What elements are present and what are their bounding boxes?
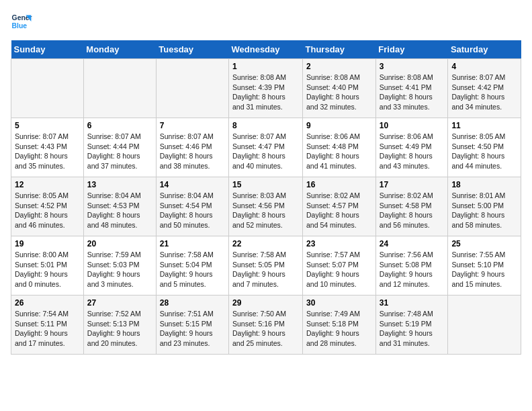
calendar-cell: 27Sunrise: 7:52 AM Sunset: 5:13 PM Dayli… [83, 295, 156, 355]
day-info: Sunrise: 8:08 AM Sunset: 4:40 PM Dayligh… [306, 73, 372, 112]
day-info: Sunrise: 8:07 AM Sunset: 4:42 PM Dayligh… [451, 73, 517, 112]
calendar-table: SundayMondayTuesdayWednesdayThursdayFrid… [11, 40, 521, 355]
weekday-header: Saturday [448, 40, 521, 59]
day-number: 5 [15, 121, 80, 130]
day-info: Sunrise: 8:04 AM Sunset: 4:53 PM Dayligh… [87, 191, 152, 230]
calendar-cell: 13Sunrise: 8:04 AM Sunset: 4:53 PM Dayli… [83, 177, 156, 236]
day-info: Sunrise: 8:07 AM Sunset: 4:46 PM Dayligh… [160, 132, 225, 171]
day-info: Sunrise: 7:58 AM Sunset: 5:04 PM Dayligh… [160, 250, 225, 289]
day-number: 7 [160, 121, 225, 130]
calendar-cell: 15Sunrise: 8:03 AM Sunset: 4:56 PM Dayli… [229, 177, 303, 236]
calendar-cell: 19Sunrise: 8:00 AM Sunset: 5:01 PM Dayli… [11, 236, 84, 295]
day-number: 14 [160, 180, 225, 189]
calendar-cell [156, 59, 228, 118]
day-info: Sunrise: 7:57 AM Sunset: 5:07 PM Dayligh… [306, 250, 372, 289]
day-number: 9 [306, 121, 372, 130]
day-number: 13 [87, 180, 152, 189]
calendar-cell: 9Sunrise: 8:06 AM Sunset: 4:48 PM Daylig… [303, 118, 376, 177]
calendar-cell: 20Sunrise: 7:59 AM Sunset: 5:03 PM Dayli… [83, 236, 156, 295]
day-number: 8 [232, 121, 299, 130]
calendar-cell: 12Sunrise: 8:05 AM Sunset: 4:52 PM Dayli… [11, 177, 84, 236]
day-info: Sunrise: 7:58 AM Sunset: 5:05 PM Dayligh… [232, 250, 299, 289]
calendar-week-row: 5Sunrise: 8:07 AM Sunset: 4:43 PM Daylig… [11, 118, 521, 177]
calendar-cell: 2Sunrise: 8:08 AM Sunset: 4:40 PM Daylig… [303, 59, 376, 118]
day-number: 22 [232, 239, 299, 248]
calendar-cell: 25Sunrise: 7:55 AM Sunset: 5:10 PM Dayli… [448, 236, 521, 295]
day-info: Sunrise: 7:52 AM Sunset: 5:13 PM Dayligh… [87, 309, 152, 349]
day-info: Sunrise: 8:03 AM Sunset: 4:56 PM Dayligh… [232, 191, 299, 230]
day-number: 12 [15, 180, 80, 189]
day-info: Sunrise: 8:00 AM Sunset: 5:01 PM Dayligh… [15, 250, 80, 289]
day-info: Sunrise: 7:50 AM Sunset: 5:16 PM Dayligh… [232, 309, 299, 349]
day-info: Sunrise: 8:06 AM Sunset: 4:48 PM Dayligh… [306, 132, 372, 171]
day-number: 15 [232, 180, 299, 189]
day-number: 28 [160, 298, 225, 308]
calendar-cell [83, 59, 156, 118]
weekday-header: Tuesday [156, 40, 228, 59]
calendar-cell: 18Sunrise: 8:01 AM Sunset: 5:00 PM Dayli… [448, 177, 521, 236]
calendar-cell: 29Sunrise: 7:50 AM Sunset: 5:16 PM Dayli… [229, 295, 303, 355]
day-info: Sunrise: 8:07 AM Sunset: 4:44 PM Dayligh… [87, 132, 152, 171]
calendar-cell: 10Sunrise: 8:06 AM Sunset: 4:49 PM Dayli… [375, 118, 448, 177]
day-info: Sunrise: 8:02 AM Sunset: 4:57 PM Dayligh… [306, 191, 372, 230]
weekday-header: Monday [83, 40, 156, 59]
logo-icon: General Blue [11, 11, 32, 32]
day-number: 25 [451, 239, 517, 248]
calendar-week-row: 19Sunrise: 8:00 AM Sunset: 5:01 PM Dayli… [11, 236, 521, 295]
calendar-cell [11, 59, 84, 118]
calendar-cell: 8Sunrise: 8:07 AM Sunset: 4:47 PM Daylig… [229, 118, 303, 177]
day-number: 17 [380, 180, 445, 189]
day-info: Sunrise: 8:08 AM Sunset: 4:39 PM Dayligh… [232, 73, 299, 112]
calendar-cell: 1Sunrise: 8:08 AM Sunset: 4:39 PM Daylig… [229, 59, 303, 118]
calendar-cell: 11Sunrise: 8:05 AM Sunset: 4:50 PM Dayli… [448, 118, 521, 177]
calendar-cell: 23Sunrise: 7:57 AM Sunset: 5:07 PM Dayli… [303, 236, 376, 295]
day-number: 6 [87, 121, 152, 130]
day-info: Sunrise: 8:08 AM Sunset: 4:41 PM Dayligh… [380, 73, 445, 112]
weekday-header: Thursday [303, 40, 376, 59]
calendar-cell: 16Sunrise: 8:02 AM Sunset: 4:57 PM Dayli… [303, 177, 376, 236]
calendar-header-row: SundayMondayTuesdayWednesdayThursdayFrid… [11, 40, 521, 59]
calendar-week-row: 26Sunrise: 7:54 AM Sunset: 5:11 PM Dayli… [11, 295, 521, 355]
day-info: Sunrise: 8:04 AM Sunset: 4:54 PM Dayligh… [160, 191, 225, 230]
day-number: 30 [306, 298, 372, 308]
day-info: Sunrise: 8:02 AM Sunset: 4:58 PM Dayligh… [380, 191, 445, 230]
day-number: 10 [380, 121, 445, 130]
calendar-cell: 6Sunrise: 8:07 AM Sunset: 4:44 PM Daylig… [83, 118, 156, 177]
day-info: Sunrise: 7:49 AM Sunset: 5:18 PM Dayligh… [306, 309, 372, 349]
day-info: Sunrise: 7:59 AM Sunset: 5:03 PM Dayligh… [87, 250, 152, 289]
day-info: Sunrise: 8:05 AM Sunset: 4:52 PM Dayligh… [15, 191, 80, 230]
calendar-cell: 17Sunrise: 8:02 AM Sunset: 4:58 PM Dayli… [375, 177, 448, 236]
calendar-cell: 28Sunrise: 7:51 AM Sunset: 5:15 PM Dayli… [156, 295, 228, 355]
day-number: 4 [451, 62, 517, 71]
day-number: 2 [306, 62, 372, 71]
day-number: 20 [87, 239, 152, 248]
day-info: Sunrise: 7:55 AM Sunset: 5:10 PM Dayligh… [451, 250, 517, 289]
day-number: 23 [306, 239, 372, 248]
day-number: 18 [451, 180, 517, 189]
day-number: 16 [306, 180, 372, 189]
day-info: Sunrise: 7:48 AM Sunset: 5:19 PM Dayligh… [380, 309, 445, 349]
calendar-cell: 4Sunrise: 8:07 AM Sunset: 4:42 PM Daylig… [448, 59, 521, 118]
day-info: Sunrise: 7:51 AM Sunset: 5:15 PM Dayligh… [160, 309, 225, 349]
calendar-week-row: 1Sunrise: 8:08 AM Sunset: 4:39 PM Daylig… [11, 59, 521, 118]
day-number: 3 [380, 62, 445, 71]
day-number: 11 [451, 121, 517, 130]
logo: General Blue [11, 11, 35, 32]
day-number: 24 [380, 239, 445, 248]
day-info: Sunrise: 8:07 AM Sunset: 4:47 PM Dayligh… [232, 132, 299, 171]
day-number: 26 [15, 298, 80, 308]
calendar-cell: 3Sunrise: 8:08 AM Sunset: 4:41 PM Daylig… [375, 59, 448, 118]
weekday-header: Sunday [11, 40, 84, 59]
calendar-week-row: 12Sunrise: 8:05 AM Sunset: 4:52 PM Dayli… [11, 177, 521, 236]
day-number: 1 [232, 62, 299, 71]
calendar-cell: 7Sunrise: 8:07 AM Sunset: 4:46 PM Daylig… [156, 118, 228, 177]
day-info: Sunrise: 7:56 AM Sunset: 5:08 PM Dayligh… [380, 250, 445, 289]
calendar-cell [448, 295, 521, 355]
calendar-cell: 30Sunrise: 7:49 AM Sunset: 5:18 PM Dayli… [303, 295, 376, 355]
day-info: Sunrise: 7:54 AM Sunset: 5:11 PM Dayligh… [15, 309, 80, 349]
day-info: Sunrise: 8:01 AM Sunset: 5:00 PM Dayligh… [451, 191, 517, 230]
calendar-cell: 24Sunrise: 7:56 AM Sunset: 5:08 PM Dayli… [375, 236, 448, 295]
calendar-cell: 26Sunrise: 7:54 AM Sunset: 5:11 PM Dayli… [11, 295, 84, 355]
page-header: General Blue [11, 11, 521, 32]
day-number: 31 [380, 298, 445, 308]
